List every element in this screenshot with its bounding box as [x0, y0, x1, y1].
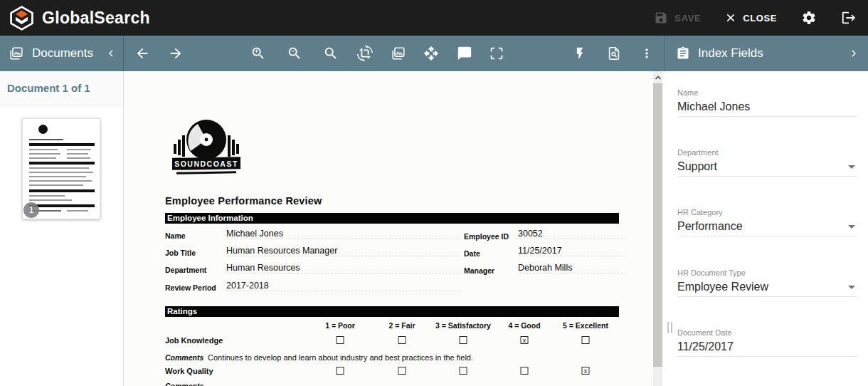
document-heading: Employee Performance Review	[165, 195, 322, 207]
pan-move-button[interactable]	[423, 45, 440, 62]
svg-text:SOUNDCOAST: SOUNDCOAST	[174, 160, 238, 168]
rating-checkbox	[460, 336, 467, 344]
close-label: CLOSE	[743, 13, 777, 24]
globalsearch-logo-icon	[9, 5, 34, 31]
settings-button[interactable]	[801, 10, 817, 26]
viewer-scrollbar[interactable]	[653, 71, 662, 386]
rating-checkbox-checked: x	[521, 336, 529, 344]
settings-gear-icon	[801, 10, 817, 26]
field-label: Name	[677, 88, 698, 97]
doc-field-label: Employee ID	[464, 232, 509, 241]
next-document-button[interactable]	[167, 45, 184, 62]
dropdown-caret-icon	[848, 165, 855, 169]
rating-scale-label: 5 = Excellent	[563, 321, 608, 330]
save-label: SAVE	[674, 13, 701, 24]
rating-row-label: Job Knowledge	[165, 336, 223, 345]
rating-checkbox	[521, 367, 529, 375]
dropdown-caret-icon	[848, 286, 855, 289]
document-date-input[interactable]: 11/25/2017	[677, 338, 857, 357]
top-app-bar: GlobalSearch SAVE CLOSE	[0, 0, 868, 36]
field-label: Document Date	[677, 328, 731, 337]
rating-scale-label: 2 = Fair	[388, 321, 415, 330]
previous-document-button[interactable]	[134, 45, 151, 62]
dropdown-caret-icon	[848, 225, 855, 229]
document-thumbnail[interactable]: 1	[22, 118, 100, 219]
thumbnails-view-icon[interactable]	[390, 45, 407, 62]
fullscreen-button[interactable]	[488, 45, 505, 62]
comments-text: Continues to develop and learn about ind…	[208, 353, 473, 362]
rating-checkbox	[398, 367, 406, 375]
employee-information-section-header: Employee Information	[165, 213, 619, 224]
doc-field-label: Review Period	[165, 283, 216, 292]
field-label: Department	[677, 148, 718, 157]
ratings-section-header: Ratings	[165, 306, 619, 317]
search-in-viewer-button[interactable]	[322, 45, 339, 62]
doc-field-label: Job Title	[165, 249, 196, 257]
save-button[interactable]: SAVE	[654, 11, 701, 25]
hr-category-dropdown[interactable]: Performance	[677, 218, 857, 236]
doc-field-value: Human Resources Manager	[226, 246, 461, 256]
page-number-badge: 1	[23, 202, 39, 218]
rating-checkbox-checked: x	[582, 367, 590, 375]
doc-field-value: Michael Jones	[226, 229, 461, 239]
annotations-comment-button[interactable]	[456, 45, 473, 62]
logout-icon	[841, 10, 857, 26]
document-count-label: Document 1 of 1	[0, 71, 123, 105]
field-label: HR Category	[677, 208, 723, 217]
viewer-toolbar	[124, 36, 664, 71]
rating-row-label: Work Quality	[165, 367, 213, 375]
comments-label: Comments	[165, 382, 203, 386]
doc-field-value: 30052	[518, 229, 625, 239]
find-in-document-button[interactable]	[605, 45, 623, 62]
photo-library-icon	[9, 46, 24, 61]
expand-index-fields-button[interactable]	[848, 48, 859, 59]
rating-checkbox	[337, 336, 344, 344]
panel-header-row: Documents	[0, 36, 868, 71]
collapse-documents-button[interactable]	[105, 48, 117, 59]
soundcoast-logo: SOUNDCOAST	[166, 115, 246, 181]
doc-field-value: Human Resources	[226, 263, 461, 273]
rating-scale-label: 3 = Satisfactory	[435, 321, 491, 330]
rating-checkbox	[337, 367, 344, 375]
document-viewer: SOUNDCOAST Employee Performance Review E…	[124, 71, 664, 386]
rating-checkbox	[398, 336, 406, 344]
doc-field-label: Manager	[464, 266, 494, 275]
panel-resize-handle[interactable]	[667, 322, 672, 333]
close-x-icon	[725, 12, 736, 24]
doc-field-label: Date	[464, 249, 480, 258]
clipboard-icon	[676, 46, 690, 61]
flash-actions-button[interactable]	[571, 45, 588, 62]
rating-scale-label: 1 = Poor	[325, 321, 355, 330]
documents-panel-header: Documents	[0, 36, 124, 71]
comments-label: Comments	[165, 353, 203, 362]
rating-checkbox	[460, 367, 467, 375]
doc-field-label: Name	[165, 231, 186, 240]
scroll-up-button[interactable]	[653, 71, 662, 83]
app-title: GlobalSearch	[42, 9, 150, 28]
documents-sidebar: Document 1 of 1	[0, 71, 124, 386]
more-options-button[interactable]	[638, 45, 655, 62]
documents-panel-title: Documents	[32, 46, 93, 61]
main-content: Document 1 of 1	[0, 71, 868, 386]
department-dropdown[interactable]: Support	[677, 158, 857, 177]
app-brand: GlobalSearch	[0, 5, 150, 31]
scrollbar-thumb[interactable]	[653, 83, 662, 367]
rating-checkbox	[582, 336, 590, 344]
zoom-in-button[interactable]	[250, 45, 267, 62]
rotate-crop-button[interactable]	[356, 45, 374, 62]
index-fields-panel-header: Index Fields	[664, 36, 868, 71]
name-input[interactable]: Michael Jones	[677, 98, 857, 117]
save-floppy-icon	[654, 11, 668, 25]
zoom-out-button[interactable]	[286, 45, 303, 62]
field-label: HR Document Type	[677, 268, 746, 277]
index-fields-panel: Name Michael Jones Department Support HR…	[664, 71, 868, 386]
close-button[interactable]: CLOSE	[725, 12, 777, 24]
doc-field-value: 11/25/2017	[518, 246, 625, 256]
topbar-actions: SAVE CLOSE	[654, 10, 868, 26]
doc-field-value: 2017-2018	[226, 281, 461, 291]
hr-document-type-dropdown[interactable]: Employee Review	[677, 278, 857, 297]
doc-field-value: Deborah Mills	[518, 263, 625, 273]
logout-button[interactable]	[841, 10, 857, 26]
rating-scale-label: 4 = Good	[508, 321, 540, 330]
doc-field-label: Department	[165, 266, 206, 274]
